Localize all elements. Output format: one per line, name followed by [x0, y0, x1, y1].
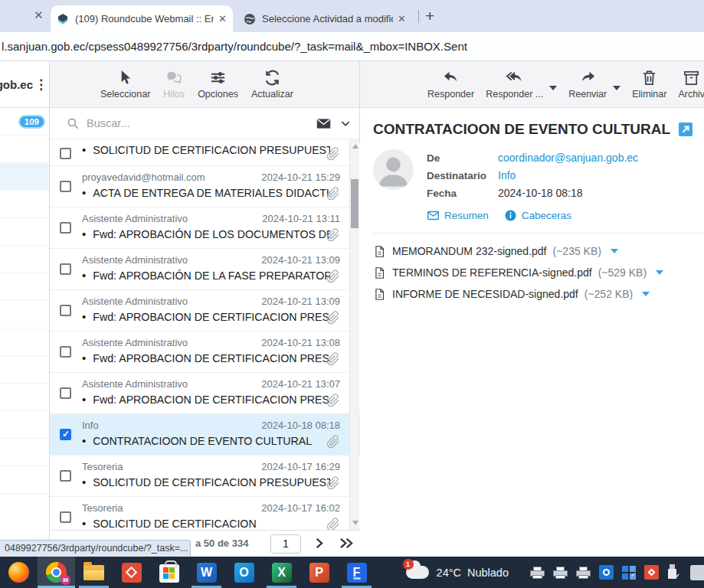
message-row[interactable]: proyavedavid@hotmail.com 2024-10-21 15:2… [50, 166, 360, 207]
attachment-name[interactable]: MEMORANDUM 232-signed.pdf [392, 245, 547, 257]
folder-item[interactable] [0, 191, 49, 218]
printer-icon[interactable] [553, 567, 568, 579]
forward-button[interactable]: Reenviar [568, 69, 607, 100]
taskbar-firefox[interactable] [0, 557, 38, 588]
scroll-up-icon[interactable] [352, 144, 359, 149]
row-checkbox[interactable] [60, 387, 71, 399]
printer-icon[interactable] [576, 567, 591, 579]
message-row[interactable]: Asistente Administrativo 2024-10-21 13:0… [50, 290, 360, 332]
folder-item[interactable] [0, 384, 49, 411]
folder-item[interactable] [0, 273, 49, 301]
taskbar-weather[interactable]: 1 24°C Nublado [406, 566, 509, 579]
row-checkbox[interactable] [60, 305, 71, 316]
taskbar-microsoft-store[interactable] [150, 557, 188, 588]
folder-item[interactable] [0, 356, 49, 384]
row-checkbox[interactable] [60, 470, 71, 482]
row-checkbox[interactable] [60, 148, 71, 159]
delete-button[interactable]: Eliminar [632, 69, 666, 100]
archive-button[interactable]: Archiv [678, 69, 704, 100]
chevron-down-icon[interactable] [339, 117, 352, 129]
close-tab-icon[interactable]: ✕ [34, 8, 44, 22]
taskbar-outlook[interactable]: O [225, 557, 263, 588]
message-row[interactable]: • SOLICITUD DE CERTIFICACION PRESUPUESTA… [50, 143, 360, 166]
apps-grid-icon[interactable] [622, 566, 636, 580]
printer-icon[interactable] [530, 567, 545, 579]
camera-app-icon[interactable] [599, 565, 614, 580]
message-row[interactable]: Asistente Administrativo 2024-10-21 13:0… [50, 249, 360, 290]
taskbar-file-explorer[interactable] [75, 557, 113, 588]
last-page-icon[interactable] [338, 537, 355, 550]
folder-item[interactable] [0, 411, 49, 439]
attachment-name[interactable]: TERMINOS DE REFERENCIA-signed.pdf [392, 266, 592, 279]
summary-link[interactable]: Resumen [427, 209, 489, 222]
headers-link[interactable]: Cabeceras [504, 209, 571, 222]
row-checkbox[interactable] [60, 222, 71, 234]
close-tab-icon[interactable]: ✕ [218, 13, 227, 24]
folder-item[interactable] [0, 246, 49, 273]
scroll-down-icon[interactable] [352, 521, 359, 525]
message-row[interactable]: Tesoreria 2024-10-17 16:02 • SOLICITUD D… [50, 497, 360, 530]
attachment-item[interactable]: INFORME DE NECESIDAD-signed.pdf (~252 KB… [373, 283, 704, 305]
threads-button[interactable]: Hilos [163, 69, 185, 100]
forms-icon: F [347, 563, 367, 583]
reply-all-caret-icon[interactable] [549, 86, 557, 90]
message-row[interactable]: Tesoreria 2024-10-17 16:29 • SOLICITUD D… [50, 456, 360, 497]
row-checkbox[interactable] [60, 346, 71, 358]
refresh-button[interactable]: Actualizar [251, 69, 293, 100]
search-input[interactable] [87, 117, 316, 129]
attachment-item[interactable]: TERMINOS DE REFERENCIA-signed.pdf (~529 … [373, 262, 704, 283]
row-checkbox[interactable] [60, 429, 71, 440]
attachment-item[interactable]: MEMORANDUM 232-signed.pdf (~235 KB) [373, 240, 704, 262]
taskbar-remote-app[interactable] [113, 557, 150, 588]
reply-all-button[interactable]: Responder ... [486, 69, 543, 100]
attachment-menu-caret-icon[interactable] [656, 270, 663, 275]
menu-kebab-icon[interactable]: ⋮ [34, 77, 47, 93]
row-checkbox[interactable] [60, 511, 71, 523]
reply-button[interactable]: Responder [427, 69, 474, 100]
message-row[interactable]: Asistente Administrativo 2024-10-21 13:1… [50, 207, 360, 249]
attachment-name[interactable]: INFORME DE NECESIDAD-signed.pdf [392, 288, 578, 300]
row-checkbox[interactable] [60, 181, 71, 192]
folder-item[interactable] [0, 466, 49, 494]
row-subject: SOLICITUD DE CERTIFICACION PRESUPUESTA..… [93, 144, 330, 156]
close-tab-icon[interactable]: ✕ [398, 13, 406, 24]
folder-item-selected[interactable] [0, 163, 49, 191]
taskbar-word[interactable]: W [188, 557, 225, 588]
folder-item[interactable] [0, 136, 49, 163]
row-checkbox[interactable] [60, 263, 71, 275]
usb-icon[interactable]: ✓ [667, 564, 677, 580]
select-button[interactable]: Seleccionar [100, 69, 150, 100]
attachment-menu-caret-icon[interactable] [642, 292, 650, 296]
taskbar-chrome[interactable]: M [38, 557, 75, 588]
header-value[interactable]: Info [498, 167, 516, 185]
folder-item[interactable] [0, 328, 49, 356]
message-row[interactable]: Info 2024-10-18 08:18 • CONTRATACIOON DE… [50, 414, 360, 456]
attachment-menu-caret-icon[interactable] [611, 249, 618, 253]
folder-item[interactable] [0, 439, 49, 466]
url-bar[interactable]: l.sanjuan.gob.ec/cpsess0489927756/3rdpar… [0, 32, 704, 61]
scope-envelope-icon[interactable] [316, 116, 332, 132]
taskbar-excel[interactable]: X [263, 557, 300, 588]
roundcube-favicon-icon [57, 13, 69, 25]
forward-caret-icon[interactable] [613, 86, 621, 90]
folder-item[interactable] [0, 301, 49, 328]
remote-app-tray-icon[interactable] [644, 565, 659, 580]
tab-roundcube[interactable]: (109) Roundcube Webmail :: Env ✕ [51, 5, 233, 32]
scrollbar-thumb[interactable] [351, 179, 359, 228]
page-number-input[interactable]: 1 [270, 534, 301, 554]
folder-item[interactable] [0, 218, 49, 246]
new-tab-button[interactable]: + [425, 5, 434, 27]
next-page-icon[interactable] [313, 537, 326, 550]
folder-item-inbox[interactable]: 109 [0, 108, 49, 136]
header-value[interactable]: 2024-10-18 08:18 [498, 185, 583, 202]
options-button[interactable]: Opciones [198, 69, 238, 100]
tray-partial-icon[interactable] [690, 565, 704, 580]
message-row[interactable]: Asistente Administrativo 2024-10-21 13:0… [50, 332, 360, 373]
open-in-new-window-icon[interactable] [679, 122, 693, 136]
header-value[interactable]: coordinador@sanjuan.gob.ec [498, 149, 638, 167]
tab-actividad[interactable]: Seleccione Actividad a modifica ✕ [237, 5, 412, 32]
taskbar-powerpoint[interactable]: P [300, 557, 338, 588]
list-scrollbar[interactable] [349, 139, 359, 530]
taskbar-forms[interactable]: F [338, 557, 375, 588]
message-row[interactable]: Asistente Administrativo 2024-10-21 13:0… [50, 373, 360, 414]
